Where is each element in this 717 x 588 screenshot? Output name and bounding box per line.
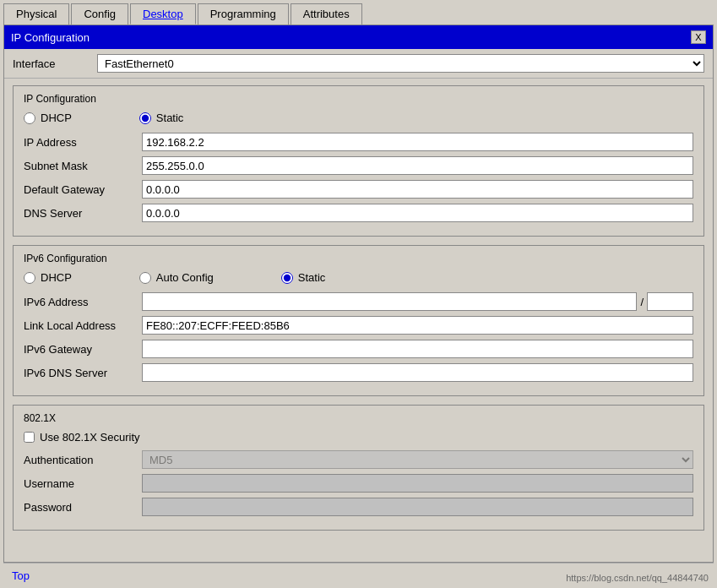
- ipv4-dhcp-label: DHCP: [41, 112, 72, 124]
- ipv6-address-label: IPv6 Address: [24, 296, 142, 308]
- ipv6-gateway-input[interactable]: [142, 340, 693, 358]
- default-gateway-input[interactable]: [142, 180, 693, 199]
- use-security-row: Use 802.1X Security: [24, 431, 693, 444]
- ipv6-autoconfig-radio[interactable]: [139, 272, 151, 284]
- ip-address-row: IP Address: [24, 133, 693, 151]
- tab-physical[interactable]: Physical: [3, 3, 69, 24]
- top-link[interactable]: Top: [12, 569, 30, 582]
- ipv4-dhcp-option[interactable]: DHCP: [24, 112, 72, 124]
- section-802-title: 802.1X: [24, 412, 693, 424]
- ipv6-autoconfig-label: Auto Config: [156, 271, 214, 284]
- ipv6-prefix-input[interactable]: [647, 292, 693, 311]
- ipv4-section: IP Configuration DHCP Static IP Address: [13, 85, 704, 237]
- ipv6-static-radio[interactable]: [281, 272, 293, 284]
- ipv6-gateway-label: IPv6 Gateway: [24, 343, 142, 356]
- ipv6-radio-row: DHCP Auto Config Static: [24, 271, 693, 284]
- link-local-row: Link Local Address: [24, 316, 693, 335]
- auth-row: Authentication MD5: [24, 450, 693, 469]
- ipv6-dhcp-label: DHCP: [41, 271, 72, 284]
- ipv6-slash: /: [637, 296, 647, 308]
- dns-server-input[interactable]: [142, 204, 693, 222]
- password-input[interactable]: [142, 498, 693, 516]
- ipv6-dns-row: IPv6 DNS Server: [24, 363, 693, 382]
- interface-row: Interface FastEthernet0: [4, 49, 713, 79]
- password-row: Password: [24, 498, 693, 516]
- tab-desktop[interactable]: Desktop: [130, 3, 196, 24]
- tab-config[interactable]: Config: [71, 3, 128, 24]
- tab-programming[interactable]: Programming: [198, 3, 289, 24]
- ipv6-gateway-row: IPv6 Gateway: [24, 340, 693, 358]
- interface-label: Interface: [13, 57, 97, 70]
- ipv6-address-row: IPv6 Address /: [24, 292, 693, 311]
- ipv6-dhcp-radio[interactable]: [24, 272, 35, 284]
- interface-select[interactable]: FastEthernet0: [97, 54, 704, 73]
- dns-server-label: DNS Server: [24, 207, 142, 220]
- ipv4-static-radio[interactable]: [139, 112, 151, 124]
- ipv4-static-option[interactable]: Static: [139, 112, 184, 124]
- default-gateway-label: Default Gateway: [24, 183, 142, 196]
- ipv6-address-input[interactable]: [142, 292, 637, 311]
- auth-label: Authentication: [24, 454, 142, 466]
- close-button[interactable]: X: [691, 30, 706, 44]
- auth-select[interactable]: MD5: [142, 450, 693, 469]
- subnet-mask-row: Subnet Mask: [24, 156, 693, 175]
- ip-address-input[interactable]: [142, 133, 693, 151]
- scroll-content: IP Configuration DHCP Static IP Address: [4, 79, 713, 562]
- main-container: Physical Config Desktop Programming Attr…: [0, 0, 717, 588]
- ip-config-titlebar: IP Configuration X: [4, 25, 713, 49]
- ipv6-section: IPv6 Configuration DHCP Auto Config Stat…: [13, 245, 704, 396]
- link-local-input[interactable]: [142, 316, 693, 335]
- use-security-checkbox[interactable]: [24, 432, 35, 443]
- username-label: Username: [24, 477, 142, 490]
- ipv4-static-label: Static: [156, 112, 184, 124]
- subnet-mask-input[interactable]: [142, 156, 693, 175]
- ipv6-static-option[interactable]: Static: [281, 271, 326, 284]
- ipv4-dhcp-radio[interactable]: [24, 112, 35, 124]
- ipv6-dhcp-option[interactable]: DHCP: [24, 271, 72, 284]
- ipv4-section-title: IP Configuration: [24, 93, 693, 105]
- ip-config-title: IP Configuration: [11, 31, 90, 44]
- tab-attributes[interactable]: Attributes: [291, 3, 362, 24]
- use-security-label: Use 802.1X Security: [40, 431, 140, 444]
- ipv6-autoconfig-option[interactable]: Auto Config: [139, 271, 214, 284]
- tab-bar: Physical Config Desktop Programming Attr…: [0, 0, 717, 24]
- password-label: Password: [24, 501, 142, 514]
- watermark: https://blog.csdn.net/qq_44844740: [566, 573, 709, 583]
- content-area: IP Configuration X Interface FastEtherne…: [3, 24, 714, 563]
- ipv6-section-title: IPv6 Configuration: [24, 253, 693, 264]
- section-802-1x: 802.1X Use 802.1X Security Authenticatio…: [13, 405, 704, 531]
- dns-server-row: DNS Server: [24, 204, 693, 222]
- ipv6-static-label: Static: [298, 271, 326, 284]
- ipv6-dns-input[interactable]: [142, 363, 693, 382]
- ipv6-dns-label: IPv6 DNS Server: [24, 367, 142, 379]
- link-local-label: Link Local Address: [24, 319, 142, 332]
- username-row: Username: [24, 474, 693, 493]
- default-gateway-row: Default Gateway: [24, 180, 693, 199]
- ipv4-radio-row: DHCP Static: [24, 112, 693, 124]
- ip-address-label: IP Address: [24, 136, 142, 149]
- username-input[interactable]: [142, 474, 693, 493]
- subnet-mask-label: Subnet Mask: [24, 160, 142, 172]
